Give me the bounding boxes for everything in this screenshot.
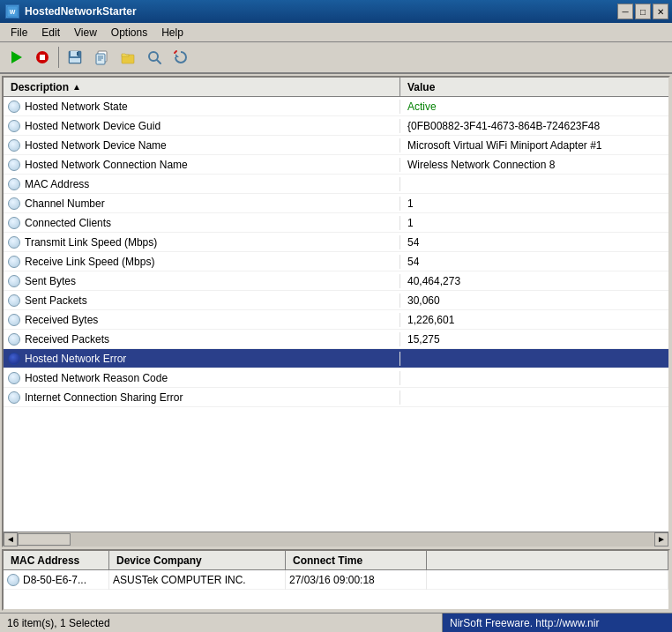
row-icon-wrap: [7, 216, 21, 230]
table-row[interactable]: MAC Address: [4, 175, 668, 194]
row-desc-text: MAC Address: [25, 178, 89, 190]
row-icon: [8, 294, 20, 307]
svg-marker-2: [11, 51, 22, 63]
scroll-thumb[interactable]: [18, 533, 71, 546]
refresh-button[interactable]: [168, 45, 193, 70]
col-description-label: Description: [11, 81, 69, 93]
table-row[interactable]: Received Bytes 1,226,601: [4, 310, 668, 330]
row-icon-wrap: [7, 235, 21, 249]
table-row[interactable]: Hosted Network Connection Name Wireless …: [4, 155, 668, 175]
table-row[interactable]: Hosted Network State Active: [4, 97, 668, 116]
row-value: 15,275: [400, 333, 668, 346]
bcol-time[interactable]: Connect Time: [286, 551, 427, 569]
row-description: Receive Link Speed (Mbps): [4, 255, 400, 269]
table-row[interactable]: Hosted Network Error: [4, 349, 668, 368]
table-row[interactable]: Channel Number 1: [4, 194, 668, 213]
open-button[interactable]: [116, 45, 140, 70]
row-description: Received Packets: [4, 332, 400, 346]
row-value: {0FB00882-3F41-4673-864B-724623F48: [400, 120, 668, 132]
menu-options[interactable]: Options: [104, 24, 154, 41]
title-bar: W HostedNetworkStarter ─ □ ✕: [0, 0, 672, 23]
bottom-table: MAC Address Device Company Connect Time …: [2, 549, 670, 611]
row-icon: [8, 197, 20, 210]
table-header: Description ▲ Value: [4, 78, 668, 97]
col-value[interactable]: Value: [400, 78, 668, 96]
row-desc-text: Hosted Network Connection Name: [25, 159, 188, 171]
col-value-label: Value: [407, 81, 435, 93]
row-description: Internet Connection Sharing Error: [4, 390, 400, 405]
bottom-table-row[interactable]: D8-50-E6-7... ASUSTek COMPUTER INC. 27/0…: [4, 570, 668, 590]
row-icon: [8, 100, 20, 113]
menu-bar: File Edit View Options Help: [0, 23, 672, 42]
scroll-track[interactable]: [18, 532, 654, 546]
row-icon-wrap: [7, 255, 21, 269]
svg-rect-10: [96, 54, 105, 64]
row-value: 1: [400, 197, 668, 210]
window-title: HostedNetworkStarter: [25, 5, 137, 18]
save-button[interactable]: [63, 45, 87, 70]
row-value: 30,060: [400, 294, 668, 307]
row-desc-text: Connected Clients: [25, 217, 111, 229]
col-description[interactable]: Description ▲: [4, 78, 400, 96]
play-button[interactable]: [4, 45, 28, 70]
row-description: Hosted Network Device Name: [4, 138, 400, 152]
svg-rect-7: [70, 58, 80, 63]
row-value: 40,464,273: [400, 275, 668, 287]
row-icon: [8, 159, 20, 171]
minimize-button[interactable]: ─: [617, 4, 633, 19]
row-icon: [8, 217, 20, 229]
scroll-right-button[interactable]: ►: [654, 532, 668, 546]
row-desc-text: Received Bytes: [25, 314, 98, 326]
close-button[interactable]: ✕: [653, 4, 668, 19]
stop-button[interactable]: [30, 45, 55, 70]
row-icon-wrap: [7, 352, 21, 366]
find-button[interactable]: [142, 45, 167, 70]
svg-rect-4: [40, 55, 45, 60]
horizontal-scrollbar[interactable]: ◄ ►: [4, 532, 668, 546]
bcol-company[interactable]: Device Company: [109, 551, 286, 569]
table-row[interactable]: Receive Link Speed (Mbps) 54: [4, 252, 668, 271]
row-value: 54: [400, 236, 668, 249]
bcell-time: 27/03/16 09:00:18: [286, 570, 427, 590]
status-bar: 16 item(s), 1 Selected NirSoft Freeware.…: [0, 613, 672, 632]
restore-button[interactable]: □: [635, 4, 651, 19]
scroll-left-button[interactable]: ◄: [4, 532, 18, 546]
row-description: Hosted Network Device Guid: [4, 119, 400, 133]
table-row[interactable]: Received Packets 15,275: [4, 330, 668, 349]
menu-view[interactable]: View: [67, 24, 104, 41]
table-row[interactable]: Transmit Link Speed (Mbps) 54: [4, 233, 668, 252]
row-icon-wrap: [7, 158, 21, 172]
toolbar: [0, 42, 672, 74]
row-value: Microsoft Virtual WiFi Miniport Adapter …: [400, 139, 668, 152]
table-row[interactable]: Hosted Network Device Guid {0FB00882-3F4…: [4, 116, 668, 136]
table-row[interactable]: Hosted Network Device Name Microsoft Vir…: [4, 136, 668, 155]
bcol-extra: [427, 551, 668, 569]
table-row[interactable]: Internet Connection Sharing Error: [4, 388, 668, 407]
menu-file[interactable]: File: [4, 24, 34, 41]
table-row[interactable]: Connected Clients 1: [4, 213, 668, 233]
row-icon: [8, 236, 20, 249]
bcol-mac[interactable]: MAC Address: [4, 551, 109, 569]
row-desc-text: Channel Number: [25, 197, 105, 210]
table-row[interactable]: Sent Bytes 40,464,273: [4, 271, 668, 291]
status-right: NirSoft Freeware. http://www.nir: [443, 613, 672, 633]
row-icon-wrap: [7, 313, 21, 327]
sort-arrow-icon: ▲: [72, 82, 81, 92]
row-description: MAC Address: [4, 177, 400, 191]
row-icon-wrap: [7, 332, 21, 346]
svg-line-18: [175, 51, 176, 53]
row-value: 54: [400, 256, 668, 268]
menu-edit[interactable]: Edit: [34, 24, 67, 41]
menu-help[interactable]: Help: [154, 24, 190, 41]
table-row[interactable]: Hosted Network Reason Code: [4, 368, 668, 388]
bottom-table-header: MAC Address Device Company Connect Time: [4, 551, 668, 570]
row-icon: [8, 333, 20, 346]
row-icon: [8, 314, 20, 326]
copy-button[interactable]: [89, 45, 114, 70]
row-icon-wrap: [7, 197, 21, 211]
row-icon: [8, 178, 20, 190]
row-description: Hosted Network State: [4, 100, 400, 114]
table-row[interactable]: Sent Packets 30,060: [4, 291, 668, 310]
row-icon-wrap: [7, 274, 21, 288]
window-controls[interactable]: ─ □ ✕: [617, 4, 668, 19]
